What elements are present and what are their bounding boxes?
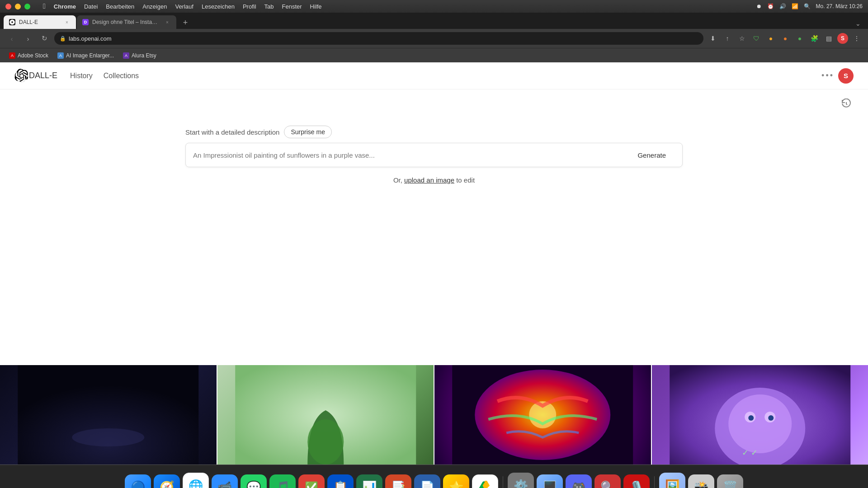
reload-button[interactable]: ↻ <box>38 32 51 45</box>
dock-item-powerpoint[interactable]: 📑 <box>385 474 411 488</box>
minimize-button[interactable] <box>15 4 21 9</box>
volume-icon[interactable]: 🔊 <box>779 3 786 9</box>
extension4-icon[interactable]: 🧩 <box>808 33 820 44</box>
todoist-icon[interactable]: ✅ <box>298 474 325 488</box>
address-bar[interactable]: 🔒 labs.openai.com <box>54 32 703 45</box>
bookmark-alura-etsy[interactable]: A Alura Etsy <box>119 51 160 60</box>
menu-lesezeichen[interactable]: Lesezeichen <box>202 3 235 10</box>
trash-icon[interactable]: 🗑️ <box>717 474 743 488</box>
whatsapp-icon[interactable]: 💬 <box>241 474 267 488</box>
dock-item-chrome[interactable]: 🌐 <box>183 473 209 488</box>
spotify-icon[interactable]: 🎵 <box>269 474 296 488</box>
user-avatar[interactable]: S <box>838 68 854 84</box>
dock-item-todoist[interactable]: ✅ <box>298 474 325 488</box>
close-button[interactable] <box>5 4 11 9</box>
tab-expand-button[interactable]: ⌄ <box>852 18 864 29</box>
dock-item-browser2[interactable]: 🖥️ <box>537 474 563 488</box>
dock-item-preview[interactable]: 🖼️ <box>659 473 685 488</box>
download-icon[interactable]: ⬇ <box>707 33 719 44</box>
traffic-lights[interactable] <box>5 4 30 9</box>
audio-icon[interactable]: 🎙️ <box>623 474 650 488</box>
dock-item-word[interactable]: 📄 <box>414 474 440 488</box>
preview-icon[interactable]: 🖼️ <box>659 473 685 488</box>
search-icon[interactable]: 🔍 <box>804 3 811 9</box>
gallery-image-2[interactable] <box>217 365 434 465</box>
extension2-icon[interactable]: ● <box>779 33 791 44</box>
share-icon[interactable]: ↑ <box>722 33 733 44</box>
chrome-icon[interactable]: 🌐 <box>183 473 209 488</box>
gallery-image-4[interactable]: ✓ ✓ <box>652 365 868 465</box>
more-options-button[interactable]: ••• <box>821 71 833 80</box>
browser-profile-avatar[interactable]: S <box>837 33 848 44</box>
dock-item-googledrive[interactable] <box>472 474 498 488</box>
extension1-icon[interactable]: ● <box>765 33 777 44</box>
dock-item-safari[interactable]: 🧭 <box>154 474 180 488</box>
dock-item-finder[interactable]: 🔵 <box>125 474 151 488</box>
generate-button[interactable]: Generate <box>628 148 675 163</box>
nav-collections[interactable]: Collections <box>104 70 139 82</box>
wifi-icon[interactable]: 📶 <box>792 3 798 9</box>
tab-close-design[interactable]: × <box>164 19 171 26</box>
safari-icon[interactable]: 🧭 <box>154 474 180 488</box>
back-button[interactable]: ‹ <box>5 32 18 45</box>
tab-dalle[interactable]: DALL-E × <box>4 15 76 29</box>
googledrive-icon[interactable] <box>472 474 498 488</box>
dock-item-systemprefs[interactable]: ⚙️ <box>508 473 534 488</box>
finder-icon[interactable]: 🔵 <box>125 474 151 488</box>
excel-icon[interactable]: 📊 <box>356 474 382 488</box>
nav-history[interactable]: History <box>70 70 93 82</box>
gallery-image-1[interactable] <box>0 365 217 465</box>
word-icon[interactable]: 📄 <box>414 474 440 488</box>
dock-item-audio[interactable]: 🎙️ <box>623 474 650 488</box>
menu-datei[interactable]: Datei <box>84 3 98 10</box>
menu-tab[interactable]: Tab <box>264 3 274 10</box>
prompt-input[interactable] <box>193 143 628 167</box>
gallery-image-3[interactable] <box>434 365 651 465</box>
reeder-icon[interactable]: ⭐ <box>443 474 469 488</box>
bookmark-adobe-stock[interactable]: A Adobe Stock <box>5 51 52 60</box>
extension3-icon[interactable]: ● <box>794 33 806 44</box>
forward-button[interactable]: › <box>22 32 34 45</box>
capture-icon[interactable]: 📸 <box>688 474 714 488</box>
dock-item-reeder[interactable]: ⭐ <box>443 474 469 488</box>
history-icon-button[interactable] <box>839 97 854 111</box>
more-options-icon[interactable]: ⋮ <box>851 33 863 44</box>
shield-icon[interactable]: 🛡 <box>750 33 762 44</box>
dock-item-spotify[interactable]: 🎵 <box>269 474 296 488</box>
menu-profil[interactable]: Profil <box>243 3 256 10</box>
surprise-me-button[interactable]: Surprise me <box>284 126 331 138</box>
dock-item-whatsapp[interactable]: 💬 <box>241 474 267 488</box>
sidebar-icon[interactable]: ▤ <box>823 33 835 44</box>
dock-item-discord[interactable]: 🎮 <box>566 474 592 488</box>
systemprefs-icon[interactable]: ⚙️ <box>508 473 534 488</box>
maximize-button[interactable] <box>24 4 30 9</box>
menu-verlauf[interactable]: Verlauf <box>175 3 193 10</box>
menu-bearbeiten[interactable]: Bearbeiten <box>106 3 134 10</box>
dock-item-trash[interactable]: 🗑️ <box>717 474 743 488</box>
openai-logo-icon <box>14 69 29 83</box>
zoom-icon[interactable]: 📹 <box>212 474 238 488</box>
trello-icon[interactable]: 📋 <box>327 474 354 488</box>
bookmark-icon[interactable]: ☆ <box>736 33 748 44</box>
menu-anzeigen[interactable]: Anzeigen <box>142 3 167 10</box>
menu-hilfe[interactable]: Hilfe <box>310 3 322 10</box>
quickradio-icon[interactable]: 🔍 <box>594 474 621 488</box>
prompt-label: Start with a detailed description <box>185 128 279 136</box>
powerpoint-icon[interactable]: 📑 <box>385 474 411 488</box>
dock-item-capture[interactable]: 📸 <box>688 474 714 488</box>
upload-image-link[interactable]: upload an image <box>404 176 454 184</box>
tab-close-dalle[interactable]: × <box>63 19 71 26</box>
apple-menu-icon[interactable]:  <box>43 2 46 10</box>
discord-icon[interactable]: 🎮 <box>566 474 592 488</box>
svg-text:✓ ✓: ✓ ✓ <box>742 448 758 457</box>
dock-item-trello[interactable]: 📋 <box>327 474 354 488</box>
bookmark-ai-enlarger[interactable]: A AI Image Enlarger... <box>54 51 118 60</box>
tab-design[interactable]: D Design ohne Titel – Instagrams... × <box>77 15 176 29</box>
menu-chrome[interactable]: Chrome <box>54 3 76 10</box>
dock-item-zoom[interactable]: 📹 <box>212 474 238 488</box>
dock-item-excel[interactable]: 📊 <box>356 474 382 488</box>
new-tab-button[interactable]: + <box>179 16 192 29</box>
menu-fenster[interactable]: Fenster <box>282 3 302 10</box>
dock-item-quickradio[interactable]: 🔍 <box>594 474 621 488</box>
browser2-icon[interactable]: 🖥️ <box>537 474 563 488</box>
